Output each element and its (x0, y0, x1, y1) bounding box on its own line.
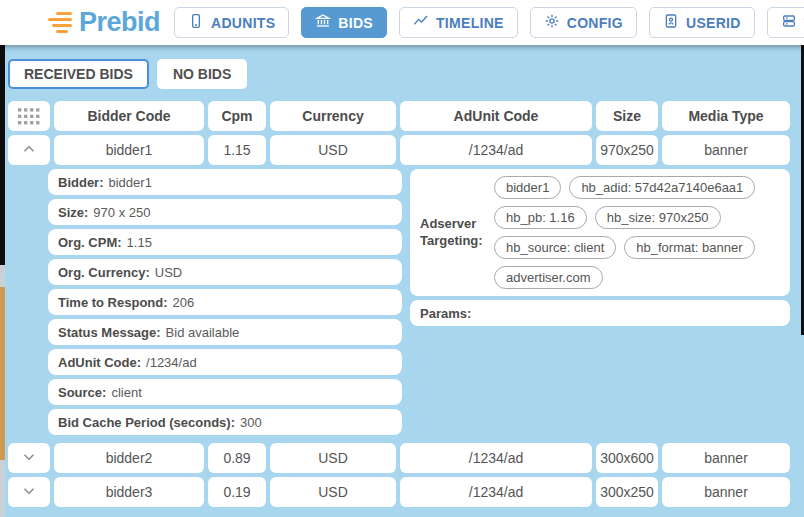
prebid-logo-icon (48, 12, 72, 33)
cell-media-type: banner (662, 477, 790, 507)
targeting-chip: hb_adid: 57d42a7140e6aa1 (569, 176, 755, 199)
column-drag-icon[interactable] (8, 101, 50, 131)
cell-adunit-code: /1234/ad (400, 443, 592, 473)
bid-detail-targeting: Adserver Targeting: bidder1 hb_adid: 57d… (410, 169, 790, 326)
userid-doc-icon (663, 13, 679, 32)
tab-adunits[interactable]: ADUNITS (174, 7, 289, 38)
navbar: Prebid ADUNITS BIDS TIMELINE CONFIG USER… (0, 0, 804, 45)
cell-media-type: banner (662, 443, 790, 473)
targeting-chip: advertiser.com (494, 266, 603, 289)
timeline-chart-icon (413, 13, 429, 32)
cell-cpm: 0.19 (208, 477, 266, 507)
cell-bidder-code: bidder3 (54, 477, 204, 507)
header-adunit-code: AdUnit Code (400, 101, 592, 131)
table-row: bidder1 1.15 USD /1234/ad 970x250 banner (8, 135, 790, 165)
prebid-extension-popup: Prebid ADUNITS BIDS TIMELINE CONFIG USER… (0, 0, 804, 517)
chevron-up-icon (20, 140, 38, 161)
detail-adunit-code: AdUnit Code:/1234/ad (48, 349, 402, 375)
tab-timeline[interactable]: TIMELINE (399, 7, 518, 38)
targeting-chip: hb_source: client (494, 236, 616, 259)
collapse-row-button[interactable] (8, 135, 50, 165)
detail-size: Size:970 x 250 (48, 199, 402, 225)
bid-detail-panel: Bidder:bidder1 Size:970 x 250 Org. CPM:1… (8, 169, 790, 439)
tab-bids[interactable]: BIDS (301, 7, 387, 38)
detail-bidder: Bidder:bidder1 (48, 169, 402, 195)
params-box: Params: (410, 300, 790, 326)
tools-stack-icon (781, 13, 797, 32)
detail-time-to-respond: Time to Respond:206 (48, 289, 402, 315)
detail-org-cpm: Org. CPM:1.15 (48, 229, 402, 255)
tab-tools[interactable]: TOOLS (767, 7, 804, 38)
cell-adunit-code: /1234/ad (400, 477, 592, 507)
header-cpm: Cpm (208, 101, 266, 131)
prebid-logo: Prebid (48, 7, 160, 38)
cell-bidder-code: bidder2 (54, 443, 204, 473)
tab-userid[interactable]: USERID (649, 7, 755, 38)
chevron-down-icon (20, 448, 38, 469)
bids-subtabs: RECEIVED BIDS NO BIDS (8, 59, 790, 89)
header-bidder-code: Bidder Code (54, 101, 204, 131)
cell-cpm: 1.15 (208, 135, 266, 165)
detail-status-message: Status Message:Bid available (48, 319, 402, 345)
prebid-logo-text: Prebid (79, 7, 160, 38)
cell-size: 970x250 (596, 135, 658, 165)
config-gear-icon (544, 13, 560, 32)
subtab-no-bids[interactable]: NO BIDS (157, 59, 247, 89)
adunits-phone-icon (188, 13, 204, 32)
targeting-chip: hb_size: 970x250 (595, 206, 721, 229)
bids-panel: RECEIVED BIDS NO BIDS Bidder Code Cpm Cu… (0, 45, 804, 507)
adserver-targeting-box: Adserver Targeting: bidder1 hb_adid: 57d… (410, 169, 790, 296)
cell-currency: USD (270, 135, 396, 165)
chevron-down-icon (20, 482, 38, 503)
detail-source: Source:client (48, 379, 402, 405)
detail-org-currency: Org. Currency:USD (48, 259, 402, 285)
cell-bidder-code: bidder1 (54, 135, 204, 165)
detail-bid-cache-period: Bid Cache Period (seconds):300 (48, 409, 402, 435)
targeting-chip: hb_format: banner (624, 236, 754, 259)
subtab-received-bids[interactable]: RECEIVED BIDS (8, 59, 149, 89)
targeting-chip: bidder1 (494, 176, 561, 199)
bids-bank-icon (315, 13, 331, 32)
cell-cpm: 0.89 (208, 443, 266, 473)
table-header-row: Bidder Code Cpm Currency AdUnit Code Siz… (8, 101, 790, 131)
expand-row-button[interactable] (8, 477, 50, 507)
bid-detail-fields: Bidder:bidder1 Size:970 x 250 Org. CPM:1… (48, 169, 402, 439)
cell-size: 300x250 (596, 477, 658, 507)
header-media-type: Media Type (662, 101, 790, 131)
cell-currency: USD (270, 443, 396, 473)
cell-size: 300x600 (596, 443, 658, 473)
cell-currency: USD (270, 477, 396, 507)
nav-tabs: ADUNITS BIDS TIMELINE CONFIG USERID TOOL… (174, 7, 804, 38)
expand-row-button[interactable] (8, 443, 50, 473)
cell-adunit-code: /1234/ad (400, 135, 592, 165)
table-row: bidder3 0.19 USD /1234/ad 300x250 banner (8, 477, 790, 507)
cell-media-type: banner (662, 135, 790, 165)
targeting-chip: hb_pb: 1.16 (494, 206, 587, 229)
adserver-targeting-label: Adserver Targeting: (420, 216, 488, 249)
header-size: Size (596, 101, 658, 131)
targeting-chips: bidder1 hb_adid: 57d42a7140e6aa1 hb_pb: … (488, 176, 782, 289)
tab-config[interactable]: CONFIG (530, 7, 637, 38)
header-currency: Currency (270, 101, 396, 131)
table-row: bidder2 0.89 USD /1234/ad 300x600 banner (8, 443, 790, 473)
